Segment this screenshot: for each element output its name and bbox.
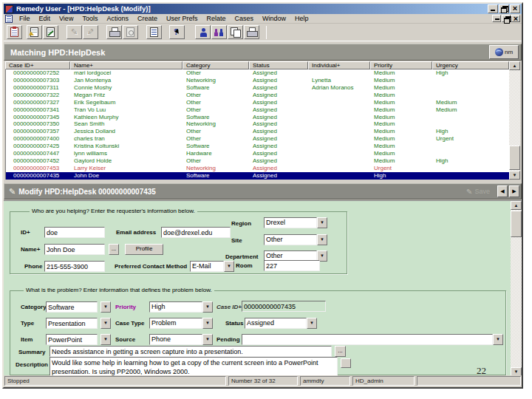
next-record-button[interactable]: ▶ (509, 185, 519, 197)
close-button[interactable] (510, 4, 520, 13)
category-input[interactable] (46, 301, 98, 313)
source-select[interactable]: Phone ▼ (149, 334, 213, 345)
menu-item[interactable]: View (55, 14, 78, 23)
chevron-down-icon[interactable]: ▼ (202, 318, 213, 329)
table-row[interactable]: 00000000007322 Megan Fritz Other Assigne… (6, 92, 509, 99)
child-minimize-button[interactable] (492, 15, 501, 22)
child-restore-button[interactable] (502, 15, 511, 22)
menu-item[interactable]: Edit (35, 14, 55, 23)
table-row[interactable]: 00000000007452 Gaylord Holde Other Assig… (6, 157, 509, 165)
type-input[interactable] (46, 318, 98, 329)
table-row[interactable]: 00000000007350 Sean Smith Networking Ass… (6, 120, 509, 128)
chevron-down-icon[interactable]: ▼ (224, 261, 234, 272)
name-lookup-button[interactable]: ... (109, 244, 119, 255)
column-header[interactable]: Name+ (70, 61, 183, 69)
save-button[interactable]: ✎ Save (466, 188, 490, 196)
profile-button[interactable]: Profile (125, 244, 163, 255)
menu-item[interactable]: Create (133, 14, 162, 23)
pending-select[interactable]: ▼ (242, 334, 503, 345)
priority-select[interactable]: High ▼ (149, 301, 213, 313)
description-expand-button[interactable] (341, 358, 351, 368)
column-header[interactable]: Status (249, 61, 308, 69)
item-input[interactable] (46, 334, 98, 345)
copy-button[interactable] (228, 25, 243, 39)
name-input[interactable] (44, 244, 105, 255)
new-request-button[interactable] (7, 25, 22, 39)
menu-item[interactable]: User Prefs (162, 14, 202, 23)
pen-button[interactable]: ✎ (83, 25, 98, 39)
table-scrollbar[interactable]: ▲ ▼ (509, 61, 520, 180)
table-row[interactable]: 00000000007400 charles tran Other Assign… (6, 135, 509, 143)
column-header[interactable]: Category (183, 61, 249, 69)
previous-record-button[interactable]: ◀ (497, 185, 508, 197)
column-header[interactable]: Priority (370, 61, 432, 69)
print-button[interactable] (106, 25, 122, 39)
chevron-down-icon[interactable]: ▼ (317, 217, 327, 228)
report-button[interactable] (146, 25, 162, 39)
child-close-button[interactable] (511, 15, 520, 22)
cell-name: Gaylord Holde (71, 157, 183, 165)
category-dropdown-icon[interactable]: ▼ (100, 301, 111, 313)
pencil-button[interactable]: ✎ (66, 25, 82, 39)
description-textarea[interactable]: Would like some help in learning how to … (50, 357, 338, 376)
menu-item[interactable]: Actions (102, 14, 133, 23)
case-type-select[interactable]: Problem ▼ (149, 318, 213, 329)
column-header[interactable]: Urgency (432, 61, 509, 69)
cell-name: Erik Segelbaum (71, 99, 183, 106)
id-input[interactable] (44, 227, 105, 238)
form-scrollbar[interactable]: ▲ ▼ (511, 201, 522, 376)
column-header[interactable]: Individual+ (308, 61, 370, 69)
contact-method-select[interactable]: E-Mail ▼ (190, 261, 234, 272)
menu-item[interactable]: Tools (78, 14, 102, 23)
scroll-down-icon[interactable]: ▼ (509, 171, 520, 180)
item-dropdown-icon[interactable]: ▼ (100, 334, 111, 345)
menu-item[interactable]: File (15, 14, 35, 23)
chevron-down-icon[interactable]: ▼ (317, 234, 327, 245)
table-row[interactable]: 00000000007453 Larry Keiser Networking A… (6, 165, 509, 172)
help-select-button[interactable] (169, 25, 185, 39)
table-scroll-thumb[interactable] (509, 146, 520, 170)
print-preview-button[interactable] (123, 25, 138, 39)
table-row[interactable]: 00000000007341 Tran Vo Luu Other Assigne… (6, 106, 509, 114)
column-header[interactable]: Case ID+ (5, 61, 70, 69)
group-button[interactable] (211, 25, 227, 39)
region-select[interactable]: Drexel ▼ (264, 217, 327, 228)
menu-item[interactable]: Cases (230, 14, 258, 23)
table-row[interactable]: 00000000007435 John Doe Software Assigne… (6, 172, 509, 180)
site-select[interactable]: Other ▼ (264, 234, 327, 245)
table-row[interactable]: 00000000007447 lynn williams Hardware As… (6, 150, 509, 157)
table-row[interactable]: 00000000007425 Kristina Koltunski Softwa… (6, 143, 509, 150)
menu-item[interactable]: Window (258, 14, 290, 23)
table-row[interactable]: 00000000007252 mari lordgocei Other Assi… (6, 69, 509, 77)
type-dropdown-icon[interactable]: ▼ (100, 318, 111, 329)
chevron-down-icon[interactable]: ▼ (493, 334, 503, 345)
chevron-down-icon[interactable]: ▼ (307, 318, 317, 329)
child-window-icon[interactable] (5, 15, 13, 23)
chevron-down-icon[interactable]: ▼ (202, 334, 213, 345)
menu-item[interactable]: Help (290, 14, 313, 23)
table-row[interactable]: 00000000007303 Jan Montenya Networking A… (6, 77, 509, 84)
table-row[interactable]: 00000000007357 Jessica Dolland Other Ass… (6, 128, 509, 135)
table-row[interactable]: 00000000007327 Erik Segelbaum Other Assi… (6, 99, 509, 106)
room-input[interactable] (264, 260, 320, 271)
form-scroll-thumb[interactable] (511, 211, 522, 237)
chevron-down-icon[interactable]: ▼ (202, 301, 213, 313)
print-setup-button[interactable] (244, 25, 259, 39)
find-person-button[interactable] (195, 25, 211, 39)
scroll-up-icon[interactable]: ▲ (509, 61, 520, 70)
scroll-up-icon[interactable]: ▲ (511, 201, 522, 210)
summary-expand-button[interactable]: ... (335, 346, 346, 357)
table-row[interactable]: 00000000007311 Connie Moshy Software Ass… (6, 84, 509, 92)
menu-item[interactable]: Relate (202, 14, 230, 23)
form-globe-button[interactable]: nm (489, 45, 519, 59)
restore-button[interactable] (499, 4, 509, 13)
summary-input[interactable] (50, 346, 332, 357)
modify-button[interactable] (43, 25, 58, 39)
status-select[interactable]: Assigned ▼ (245, 318, 317, 329)
titlebar: Remedy User - [HPD:HelpDesk (Modify)] (4, 4, 522, 14)
email-input[interactable] (161, 227, 231, 238)
table-row[interactable]: 00000000007345 Kathleen Murphy Software … (6, 114, 509, 121)
minimize-button[interactable] (488, 4, 498, 13)
open-search-button[interactable] (27, 25, 42, 39)
phone-input[interactable] (44, 261, 105, 272)
